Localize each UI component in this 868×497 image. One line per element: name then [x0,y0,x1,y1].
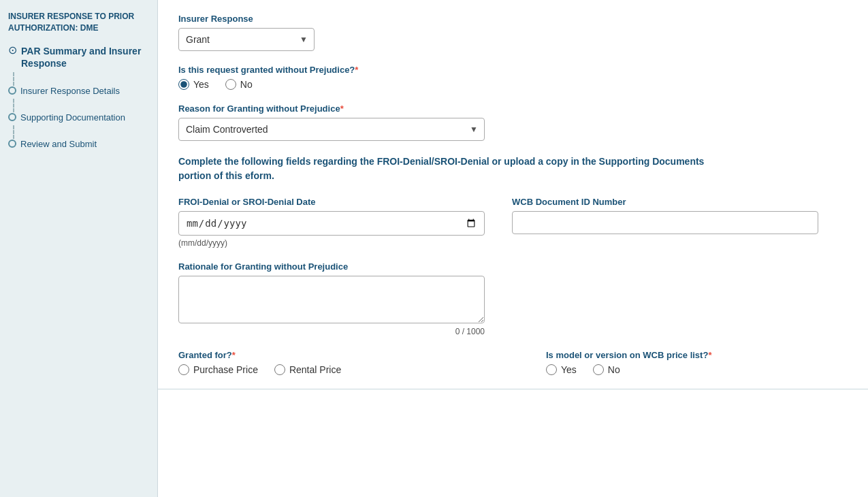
sidebar-divider-2 [13,99,149,112]
froi-date-input-wrapper [178,211,485,236]
purchase-price-option[interactable]: Purchase Price [178,364,258,375]
rationale-textarea[interactable] [178,276,485,323]
froi-wcb-row: FROI-Denial or SROI-Denial Date (mm/dd/y… [178,197,848,261]
wcb-price-no-label[interactable]: No [608,364,620,375]
without-prejudice-yes-radio[interactable] [178,79,189,90]
wcb-price-yes-label[interactable]: Yes [561,364,577,375]
froi-date-group: FROI-Denial or SROI-Denial Date (mm/dd/y… [178,197,485,248]
insurer-response-dropdown-wrapper[interactable]: Grant Deny Partial Grant ▼ [178,28,315,51]
rental-price-option[interactable]: Rental Price [274,364,341,375]
wcb-price-yes-radio[interactable] [546,364,557,375]
sidebar-label-supporting-documentation: Supporting Documentation [20,112,125,123]
sidebar-item-supporting-documentation[interactable]: Supporting Documentation [8,112,149,123]
insurer-response-label: Insurer Response [178,14,848,24]
circle-icon-review [8,140,16,148]
granted-for-radio-group: Purchase Price Rental Price [178,364,492,375]
without-prejudice-no-option[interactable]: No [225,79,253,90]
active-bullet-icon: ⊙ [8,44,17,57]
wcb-doc-group: WCB Document ID Number [512,197,848,234]
purchase-price-radio[interactable] [178,364,189,375]
reason-group: Reason for Granting without Prejudice* C… [178,103,848,141]
wcb-price-no-radio[interactable] [593,364,604,375]
reason-label: Reason for Granting without Prejudice* [178,103,848,114]
without-prejudice-yes-option[interactable]: Yes [178,79,209,90]
date-hint-text: (mm/dd/yyyy) [178,238,485,248]
wcb-doc-input[interactable] [512,211,818,234]
wcb-price-list-col: Is model or version on WCB price list?* … [546,350,848,375]
sidebar-active-label: PAR Summary and Insurer Response [21,45,149,69]
reason-dropdown-wrapper[interactable]: Claim Controverted Other ▼ [178,118,485,141]
without-prejudice-yes-label[interactable]: Yes [193,79,209,90]
rationale-label: Rationale for Granting without Prejudice [178,261,848,272]
wcb-doc-col: WCB Document ID Number [512,197,848,248]
sidebar-divider-1 [13,72,149,86]
info-text-block: Complete the following fields regarding … [178,155,848,183]
char-count-display: 0 / 1000 [178,327,485,336]
wcb-price-radio-group: Yes No [546,364,848,375]
sidebar-label-insurer-response-details: Insurer Response Details [20,86,120,96]
rationale-group: Rationale for Granting without Prejudice… [178,261,848,336]
wcb-price-no-option[interactable]: No [593,364,620,375]
section-divider [158,389,868,389]
rental-price-radio[interactable] [274,364,285,375]
rental-price-label[interactable]: Rental Price [289,364,341,375]
sidebar: INSURER RESPONSE TO PRIOR AUTHORIZATION:… [0,0,158,497]
froi-date-input[interactable] [178,211,485,236]
bottom-row: Granted for?* Purchase Price Rental Pric… [178,350,848,375]
wcb-price-label: Is model or version on WCB price list?* [546,350,848,360]
sidebar-item-insurer-response-details[interactable]: Insurer Response Details [8,86,149,96]
sidebar-item-review-submit[interactable]: Review and Submit [8,139,149,149]
froi-date-col: FROI-Denial or SROI-Denial Date (mm/dd/y… [178,197,485,261]
granted-for-label: Granted for?* [178,350,492,360]
reason-select[interactable]: Claim Controverted Other [178,118,485,141]
purchase-price-label[interactable]: Purchase Price [193,364,258,375]
wcb-doc-label: WCB Document ID Number [512,197,848,207]
granted-for-col: Granted for?* Purchase Price Rental Pric… [178,350,492,375]
wcb-price-yes-option[interactable]: Yes [546,364,577,375]
without-prejudice-no-radio[interactable] [225,79,236,90]
insurer-response-select[interactable]: Grant Deny Partial Grant [178,28,315,51]
froi-date-label: FROI-Denial or SROI-Denial Date [178,197,485,207]
insurer-response-group: Insurer Response Grant Deny Partial Gran… [178,14,848,51]
circle-icon-insurer [8,86,16,95]
main-content: Insurer Response Grant Deny Partial Gran… [158,0,868,497]
without-prejudice-no-label[interactable]: No [240,79,253,90]
circle-icon-supporting [8,113,16,121]
sidebar-item-par-summary[interactable]: ⊙ PAR Summary and Insurer Response [8,45,149,69]
sidebar-divider-3 [13,125,149,139]
without-prejudice-label: Is this request granted without Prejudic… [178,65,848,75]
without-prejudice-group: Is this request granted without Prejudic… [178,65,848,90]
without-prejudice-radio-group: Yes No [178,79,848,90]
sidebar-header: INSURER RESPONSE TO PRIOR AUTHORIZATION:… [8,11,149,34]
sidebar-label-review-submit: Review and Submit [20,139,97,149]
